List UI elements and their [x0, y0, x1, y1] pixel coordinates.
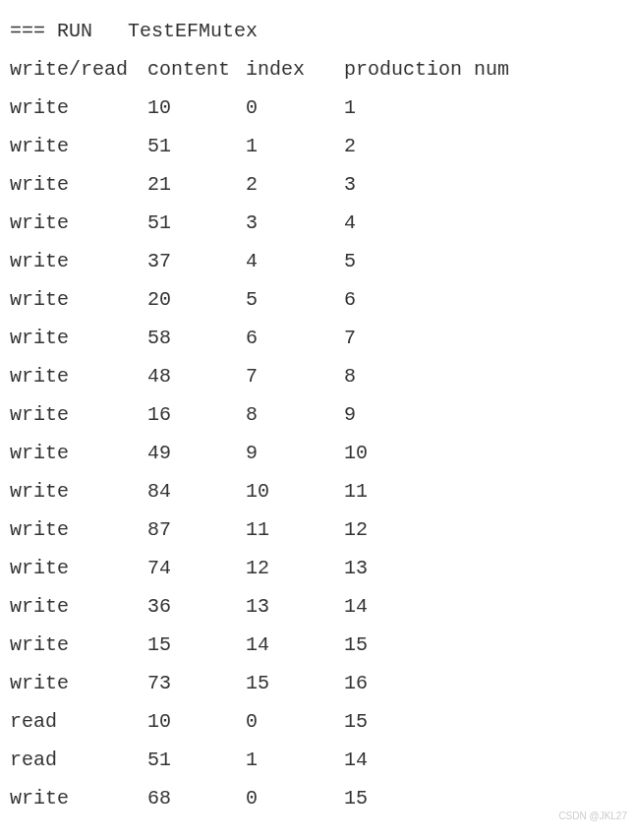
- table-row: write1001: [10, 89, 625, 127]
- cell-op: write: [10, 587, 147, 626]
- cell-op: write: [10, 242, 147, 280]
- cell-content: 51: [147, 741, 246, 779]
- header-prod: production num: [344, 50, 625, 89]
- cell-prod: 2: [344, 127, 625, 165]
- cell-prod: 12: [344, 510, 625, 549]
- cell-index: 1: [246, 741, 344, 779]
- table-row: write731516: [10, 664, 625, 702]
- table-row: write1689: [10, 395, 625, 434]
- table-row: write871112: [10, 510, 625, 549]
- cell-prod: 15: [344, 702, 625, 741]
- cell-prod: 8: [344, 357, 625, 395]
- cell-content: 49: [147, 434, 246, 472]
- cell-prod: 16: [344, 664, 625, 702]
- cell-content: 36: [147, 587, 246, 626]
- cell-index: 7: [246, 357, 344, 395]
- cell-prod: 7: [344, 319, 625, 357]
- cell-op: write: [10, 280, 147, 319]
- cell-op: write: [10, 510, 147, 549]
- cell-prod: 6: [344, 280, 625, 319]
- cell-content: 10: [147, 89, 246, 127]
- table-row: read51114: [10, 741, 625, 779]
- table-row: write151415: [10, 626, 625, 664]
- cell-index: 9: [246, 434, 344, 472]
- cell-index: 8: [246, 395, 344, 434]
- table-row: write2056: [10, 280, 625, 319]
- cell-prod: 10: [344, 434, 625, 472]
- cell-content: 73: [147, 664, 246, 702]
- cell-index: 6: [246, 319, 344, 357]
- cell-op: write: [10, 434, 147, 472]
- rows-container: write1001write5112write2123write5134writ…: [10, 89, 625, 817]
- watermark: CSDN @JKL27: [558, 807, 627, 826]
- table-header: write/read content index production num: [10, 50, 625, 89]
- table-row: write5134: [10, 204, 625, 242]
- cell-index: 12: [246, 549, 344, 587]
- cell-prod: 5: [344, 242, 625, 280]
- table-row: write4878: [10, 357, 625, 395]
- cell-prod: 13: [344, 549, 625, 587]
- cell-index: 14: [246, 626, 344, 664]
- cell-content: 10: [147, 702, 246, 741]
- cell-index: 13: [246, 587, 344, 626]
- cell-content: 20: [147, 280, 246, 319]
- table-row: write5867: [10, 319, 625, 357]
- header-index: index: [246, 50, 344, 89]
- cell-prod: 14: [344, 587, 625, 626]
- cell-prod: 4: [344, 204, 625, 242]
- table-row: read10015: [10, 702, 625, 741]
- cell-index: 3: [246, 204, 344, 242]
- cell-op: write: [10, 472, 147, 510]
- cell-op: write: [10, 319, 147, 357]
- cell-prod: 15: [344, 626, 625, 664]
- cell-content: 15: [147, 626, 246, 664]
- cell-op: read: [10, 702, 147, 741]
- cell-index: 2: [246, 165, 344, 204]
- cell-op: write: [10, 395, 147, 434]
- cell-op: read: [10, 741, 147, 779]
- cell-content: 16: [147, 395, 246, 434]
- header-op: write/read: [10, 50, 147, 89]
- cell-op: write: [10, 204, 147, 242]
- cell-op: write: [10, 626, 147, 664]
- cell-index: 0: [246, 89, 344, 127]
- cell-op: write: [10, 357, 147, 395]
- cell-op: write: [10, 89, 147, 127]
- table-row: write2123: [10, 165, 625, 204]
- cell-prod: 14: [344, 741, 625, 779]
- table-row: write49910: [10, 434, 625, 472]
- cell-index: 15: [246, 664, 344, 702]
- cell-content: 21: [147, 165, 246, 204]
- cell-index: 4: [246, 242, 344, 280]
- table-row: write361314: [10, 587, 625, 626]
- cell-prod: 9: [344, 395, 625, 434]
- cell-content: 51: [147, 127, 246, 165]
- cell-content: 84: [147, 472, 246, 510]
- cell-index: 0: [246, 702, 344, 741]
- cell-index: 1: [246, 127, 344, 165]
- run-header: === RUN TestEFMutex: [10, 12, 625, 50]
- cell-index: 10: [246, 472, 344, 510]
- cell-index: 11: [246, 510, 344, 549]
- cell-prod: 1: [344, 89, 625, 127]
- table-row: write5112: [10, 127, 625, 165]
- cell-content: 68: [147, 779, 246, 817]
- cell-op: write: [10, 165, 147, 204]
- cell-content: 74: [147, 549, 246, 587]
- cell-content: 51: [147, 204, 246, 242]
- cell-content: 58: [147, 319, 246, 357]
- cell-op: write: [10, 127, 147, 165]
- cell-prod: 11: [344, 472, 625, 510]
- header-content: content: [147, 50, 246, 89]
- table-row: write741213: [10, 549, 625, 587]
- cell-op: write: [10, 549, 147, 587]
- cell-op: write: [10, 664, 147, 702]
- cell-index: 5: [246, 280, 344, 319]
- cell-content: 37: [147, 242, 246, 280]
- cell-content: 87: [147, 510, 246, 549]
- cell-op: write: [10, 779, 147, 817]
- table-row: write841011: [10, 472, 625, 510]
- table-row: write3745: [10, 242, 625, 280]
- cell-content: 48: [147, 357, 246, 395]
- cell-prod: 3: [344, 165, 625, 204]
